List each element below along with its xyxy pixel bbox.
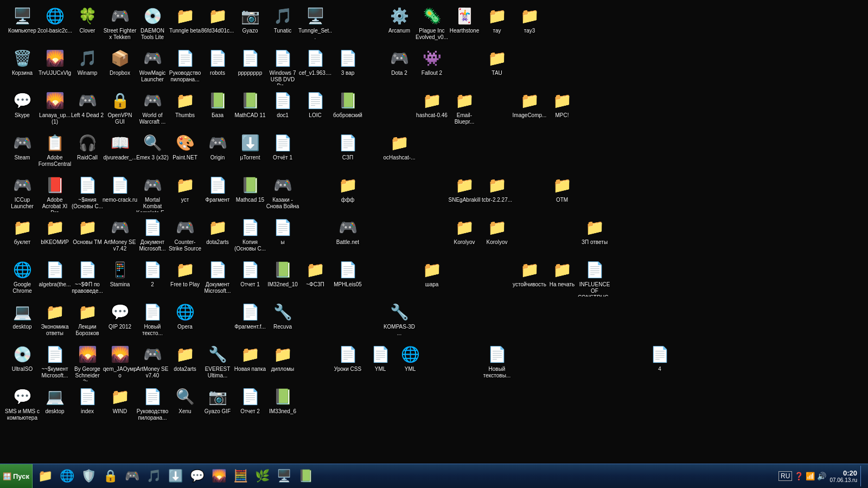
desktop-icon-bobrovskiy[interactable]: 📗бобровский <box>328 87 367 121</box>
desktop-icon-im33ned6[interactable]: 📗IM33ned_6 <box>263 383 302 417</box>
desktop-icon-tunngle-set[interactable]: 🖥️Tunngle_Set... <box>296 3 335 43</box>
icon-label-tcbr: tcbr-2.2.27... <box>480 197 514 203</box>
taskbar-unknown[interactable]: 🖥️ <box>273 466 294 486</box>
icon-label-3var: 3 вар <box>330 70 365 76</box>
taskbar-calc[interactable]: 🧮 <box>230 466 251 486</box>
icon-image-qem: 🌄 <box>109 343 131 365</box>
desktop-icon-diplomy[interactable]: 📁дипломы <box>263 341 302 375</box>
show-desktop[interactable] <box>860 466 864 486</box>
icon-image-uroki-css: 📄 <box>337 343 359 365</box>
tray-audio[interactable]: 🔊 <box>817 472 826 480</box>
icon-image-mphleis: 📄 <box>337 259 359 280</box>
desktop-icon-email-blueр[interactable]: 📁Email-Blueрr... <box>445 87 484 127</box>
desktop-icon-mphleis[interactable]: 📄MPHLeis05 <box>328 256 367 290</box>
icon-image-computer: 🖥️ <box>11 5 33 27</box>
desktop-icon-y[interactable]: 📄ы <box>263 214 302 248</box>
icon-label-y: ы <box>265 239 300 246</box>
icon-image-ultraiso: 💿 <box>11 343 33 365</box>
icon-image-2doc: 📄 <box>142 259 163 280</box>
icon-label-uroki-css: Уроки CSS <box>330 366 365 373</box>
icon-image-ustoychivost: 📁 <box>519 259 540 280</box>
desktop-icon-korolyov2[interactable]: 📁Korolyov <box>477 214 516 248</box>
desktop-icon-otchet1[interactable]: 📄Отчёт 1 <box>263 130 302 163</box>
desktop-icon-noviy-txt2[interactable]: 📄Новый текстовы... <box>477 341 516 381</box>
desktop-icon-tcbr[interactable]: 📁tcbr-2.2.27... <box>477 172 516 206</box>
icon-image-tcbr: 📁 <box>486 174 508 196</box>
desktop-icon-fff[interactable]: 📁ффф <box>328 172 367 206</box>
desktop-icon-shara[interactable]: 📁шара <box>412 256 451 290</box>
icon-image-djvu: 📖 <box>109 132 131 153</box>
taskbar-clover[interactable]: 🌿 <box>252 466 272 486</box>
icon-label-tau3: ТАU <box>480 70 514 76</box>
taskbar-explorer[interactable]: 📁 <box>35 466 55 486</box>
icon-image-xenu: 🔍 <box>174 386 196 407</box>
icon-image-bobrovskiy: 📗 <box>337 89 359 111</box>
taskbar-media[interactable]: 🎵 <box>143 466 164 486</box>
icon-image-recuva: 🔧 <box>272 301 293 323</box>
desktop-icon-3p[interactable]: 📁ЗП ответы <box>575 214 614 248</box>
desktop-icon-yml2[interactable]: 🌐YML <box>391 341 430 375</box>
desktop-icon-mpc[interactable]: 📁MPC! <box>542 87 582 121</box>
icon-image-yml1: 📄 <box>369 343 391 365</box>
desktop-icon-szp[interactable]: 📄СЗП <box>328 130 367 163</box>
icon-image-im32ned: 📗 <box>272 259 293 280</box>
icon-image-3p: 📁 <box>584 216 605 238</box>
start-button[interactable]: 🪟 Пуск <box>0 464 33 489</box>
desktop-icon-kazaki[interactable]: 🎮Казаки - Снова Война <box>263 172 302 212</box>
taskbar-mortal[interactable]: 🎮 <box>122 466 142 486</box>
clock[interactable]: 0:20 07.06.13.ru <box>829 469 857 483</box>
icon-image-origin: 🎮 <box>207 132 228 153</box>
icon-image-opera: 🌐 <box>174 301 196 323</box>
taskbar-picture[interactable]: 🌄 <box>208 466 229 486</box>
icon-image-skype: 💬 <box>11 89 33 111</box>
icon-label-korolyov2: Korolyov <box>480 239 514 246</box>
icon-image-left4dead: 🎮 <box>76 89 98 111</box>
icon-label-osnovy: Основы ТМ <box>70 239 105 246</box>
icon-image-dokument: 📄 <box>142 216 163 238</box>
desktop-icon-kompas[interactable]: 🔧KOMPAS-3D ... <box>380 299 419 339</box>
icon-label-sneg: SNEgAbrakill <box>447 197 482 203</box>
desktop-icon-ochashcat[interactable]: 📁ocHashcat-... <box>380 130 419 163</box>
desktop-icon-3var[interactable]: 📄3 вар <box>328 45 367 79</box>
icon-image-baza: 📗 <box>207 89 228 111</box>
tray-help[interactable]: ❓ <box>794 472 803 480</box>
tray-network: 📶 <box>806 472 815 480</box>
icon-label-yml2: YML <box>393 366 427 373</box>
icon-label-plague: Plague Inc Evolved_v0... <box>414 28 449 41</box>
icon-label-napechat: На печать <box>545 281 579 288</box>
desktop-icon-tau3[interactable]: 📁ТАU <box>477 45 516 79</box>
icon-image-win7usb: 📄 <box>272 47 293 69</box>
taskbar-skype[interactable]: 💬 <box>187 466 207 486</box>
icon-label-tunngle-set: Tunngle_Set... <box>298 28 333 41</box>
desktop-icon-opera[interactable]: 🌐Opera <box>165 299 205 332</box>
icon-label-stamina: Stamina <box>103 281 137 288</box>
taskbar-eset[interactable]: 🔒 <box>100 466 120 486</box>
desktop-icon-4[interactable]: 📄4 <box>640 341 679 375</box>
clock-date: 07.06.13.ru <box>829 477 857 483</box>
taskbar-chrome[interactable]: 🌐 <box>56 466 77 486</box>
desktop-icon-fallout2[interactable]: 👾Fallout 2 <box>412 45 451 79</box>
taskbar-excel[interactable]: 📗 <box>295 466 316 486</box>
tray-lang[interactable]: RU <box>778 471 792 481</box>
desktop-icon-battlenet[interactable]: 🎮Battle.net <box>328 214 367 248</box>
desktop-icon-recuva[interactable]: 🔧Recuva <box>263 299 302 332</box>
icon-label-emex: Emex 3 (x32) <box>135 155 170 161</box>
icon-label-dokument-ms: Документ Microsoft... <box>200 281 235 294</box>
icon-label-cef: cef_v1.963.... <box>298 70 333 76</box>
icon-image-plague: 🦠 <box>421 5 443 27</box>
icon-image-sneg: 📁 <box>454 174 475 196</box>
icon-label-adobe-forms: Adobe FormsCentral <box>37 155 72 168</box>
icon-label-imagecomp: ImageComp... <box>512 112 547 119</box>
icon-image-lekcii: 📁 <box>76 301 98 323</box>
desktop-icon-tau2[interactable]: 📁тау3 <box>510 3 549 36</box>
icon-label-winamp: Winamp <box>70 70 105 76</box>
icon-label-desktop-ico: desktop <box>5 324 40 330</box>
desktop-icon-otm[interactable]: 📁ОТМ <box>542 172 582 206</box>
taskbar-kaspersky[interactable]: 🛡️ <box>78 466 99 486</box>
icon-label-nemo: nemo-crack.ru <box>103 197 137 203</box>
icon-image-bygeorge: 🌄 <box>76 343 98 365</box>
taskbar: 🪟 Пуск 📁 🌐 🛡️ 🔒 🎮 🎵 ⬇️ 💬 🌄 🧮 🌿 🖥️ 📗 RU ❓… <box>0 464 868 488</box>
icon-label-noviy-txt2: Новый текстовы... <box>480 366 514 379</box>
taskbar-utorrent[interactable]: ⬇️ <box>165 466 186 486</box>
desktop-icon-influence[interactable]: 📄INFLUENCE OF CONSTRUC... <box>575 256 614 299</box>
